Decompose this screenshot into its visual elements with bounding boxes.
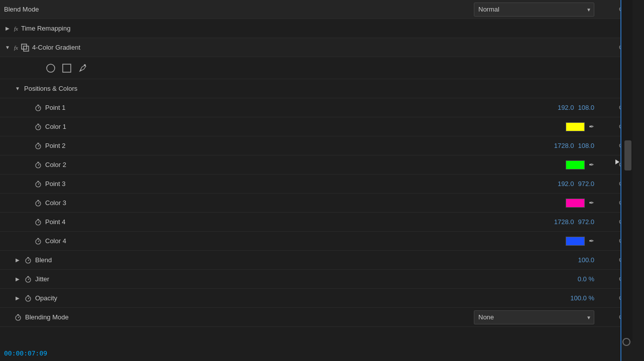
- point1-label-text: Point 1: [45, 104, 65, 111]
- point2-stopwatch-icon[interactable]: [34, 142, 42, 150]
- point2-label: Point 2: [4, 142, 554, 150]
- svg-line-13: [38, 126, 39, 127]
- four-color-gradient-label-text: 4-Color Gradient: [32, 44, 80, 51]
- jitter-label: ▶ Jitter: [4, 275, 578, 283]
- point1-row: Point 1 192.0 108.0 ↺: [0, 98, 632, 117]
- jitter-value-text[interactable]: 0.0 %: [578, 275, 594, 283]
- point4-label-text: Point 4: [45, 218, 65, 226]
- blending-mode-stopwatch-icon[interactable]: [14, 313, 22, 321]
- color3-eyedropper-icon[interactable]: ✒: [589, 199, 594, 207]
- svg-rect-3: [63, 64, 71, 72]
- positions-colors-label-text: Positions & Colors: [24, 85, 77, 92]
- color3-swatch[interactable]: [566, 199, 585, 208]
- blend-mode-label: Blend Mode: [4, 6, 474, 13]
- opacity-value: 100.0 %: [570, 294, 594, 302]
- point2-x-value[interactable]: 1728.0: [554, 142, 574, 149]
- positions-colors-label: ▼ Positions & Colors: [4, 85, 628, 92]
- color3-stopwatch-icon[interactable]: [34, 199, 42, 207]
- effect-icon: [21, 44, 29, 52]
- blending-mode-value: None Normal Multiply Screen ▼: [474, 310, 594, 324]
- svg-line-29: [38, 203, 39, 204]
- point1-x-value[interactable]: 192.0: [558, 104, 574, 111]
- time-remapping-label: ▶ fx Time Remapping: [4, 25, 628, 32]
- blend-chevron[interactable]: ▶: [14, 257, 21, 263]
- blend-value-text[interactable]: 100.0: [578, 256, 594, 264]
- point4-x-value[interactable]: 1728.0: [554, 218, 574, 226]
- point1-y-value[interactable]: 108.0: [578, 104, 594, 111]
- color4-label: Color 4: [4, 237, 566, 245]
- color2-stopwatch-icon[interactable]: [34, 161, 42, 169]
- jitter-value: 0.0 %: [578, 275, 594, 283]
- color2-swatch[interactable]: [566, 160, 585, 169]
- blend-mode-row: Blend Mode Normal Dissolve Darken Multip…: [0, 0, 632, 19]
- point3-row: Point 3 192.0 972.0 ↺: [0, 174, 632, 194]
- svg-line-25: [38, 184, 39, 185]
- scroll-area[interactable]: [621, 0, 632, 341]
- opacity-value-text[interactable]: 100.0 %: [570, 294, 594, 302]
- svg-line-21: [38, 164, 39, 165]
- blend-stopwatch-icon[interactable]: [24, 256, 32, 264]
- positions-colors-row: ▼ Positions & Colors: [0, 79, 632, 98]
- blend-mode-select[interactable]: Normal Dissolve Darken Multiply Screen: [474, 3, 594, 17]
- color1-swatch[interactable]: [566, 122, 585, 131]
- color4-eyedropper-icon[interactable]: ✒: [589, 237, 594, 245]
- point2-y-value[interactable]: 108.0: [578, 142, 594, 149]
- jitter-chevron[interactable]: ▶: [14, 276, 21, 282]
- ellipse-tool-icon[interactable]: [44, 62, 57, 75]
- svg-line-45: [28, 279, 29, 280]
- pen-tool-icon[interactable]: [76, 62, 89, 75]
- point2-row: Point 2 1728.0 108.0 ↺: [0, 136, 632, 155]
- color3-row: Color 3 ✒ ↺: [0, 194, 632, 213]
- positions-colors-chevron[interactable]: ▼: [14, 86, 21, 91]
- blend-label: ▶ Blend: [4, 256, 578, 264]
- svg-line-33: [38, 222, 39, 223]
- four-color-gradient-chevron[interactable]: ▼: [4, 45, 11, 50]
- point4-stopwatch-icon[interactable]: [34, 218, 42, 226]
- jitter-label-text: Jitter: [35, 275, 49, 283]
- svg-line-17: [38, 145, 39, 146]
- color2-value: ✒: [566, 160, 594, 169]
- svg-line-49: [28, 298, 29, 299]
- point3-stopwatch-icon[interactable]: [34, 180, 42, 188]
- point2-label-text: Point 2: [45, 142, 65, 149]
- point3-x-value[interactable]: 192.0: [558, 180, 574, 188]
- point2-value: 1728.0 108.0: [554, 142, 594, 149]
- point1-stopwatch-icon[interactable]: [34, 104, 42, 112]
- point1-value: 192.0 108.0: [558, 104, 594, 111]
- blend-row: ▶ Blend 100.0 ↺: [0, 251, 632, 270]
- four-color-gradient-label: ▼ fx 4-Color Gradient: [4, 44, 614, 52]
- blending-mode-row: Blending Mode None Normal Multiply Scree…: [0, 308, 632, 327]
- scroll-thumb[interactable]: [624, 140, 631, 170]
- color4-stopwatch-icon[interactable]: [34, 237, 42, 245]
- color2-label: Color 2: [4, 161, 566, 169]
- blending-mode-label-text: Blending Mode: [25, 313, 69, 321]
- color1-row: Color 1 ✒ ↺: [0, 117, 632, 136]
- color2-row: Color 2 ✒ ↺: [0, 155, 632, 174]
- color4-swatch[interactable]: [566, 237, 585, 246]
- svg-line-41: [28, 260, 29, 261]
- jitter-row: ▶ Jitter 0.0 % ↺: [0, 270, 632, 289]
- color4-label-text: Color 4: [45, 237, 66, 245]
- blending-mode-select[interactable]: None Normal Multiply Screen: [474, 310, 594, 324]
- jitter-stopwatch-icon[interactable]: [24, 275, 32, 283]
- opacity-chevron[interactable]: ▶: [14, 295, 21, 301]
- time-remapping-row: ▶ fx Time Remapping: [0, 19, 632, 38]
- color2-eyedropper-icon[interactable]: ✒: [589, 161, 594, 168]
- point4-row: Point 4 1728.0 972.0 ↺: [0, 213, 632, 232]
- rect-tool-icon[interactable]: [60, 62, 73, 75]
- four-color-gradient-row: ▼ fx 4-Color Gradient ↺: [0, 38, 632, 57]
- shape-tools: [4, 62, 89, 75]
- svg-rect-0: [22, 44, 27, 49]
- color4-row: Color 4 ✒ ↺: [0, 232, 632, 251]
- blending-mode-label: Blending Mode: [4, 313, 474, 321]
- point3-y-value[interactable]: 972.0: [578, 180, 594, 188]
- time-remapping-chevron[interactable]: ▶: [4, 26, 11, 31]
- opacity-label-text: Opacity: [35, 294, 57, 302]
- color1-eyedropper-icon[interactable]: ✒: [589, 123, 594, 130]
- cursor-indicator: [615, 159, 619, 164]
- point4-y-value[interactable]: 972.0: [578, 218, 594, 226]
- svg-rect-1: [24, 46, 29, 51]
- color1-stopwatch-icon[interactable]: [34, 123, 42, 131]
- time-remapping-label-text: Time Remapping: [21, 25, 71, 32]
- opacity-stopwatch-icon[interactable]: [24, 294, 32, 302]
